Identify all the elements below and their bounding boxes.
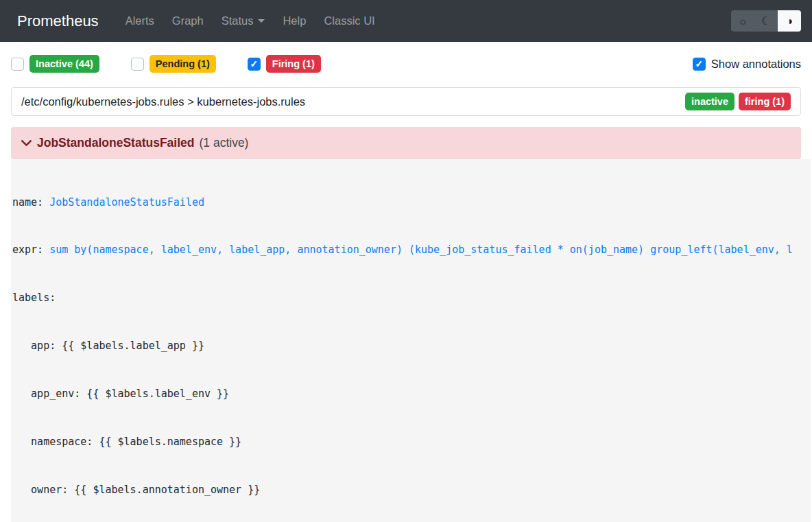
moon-icon: ☾: [761, 15, 771, 27]
rule-group-title: /etc/config/kubernetes-jobs.rules > kube…: [21, 95, 305, 108]
show-annotations-label[interactable]: Show annotations: [711, 58, 801, 71]
filter-group-firing: ✓ Firing (1): [248, 55, 321, 73]
alert-accordion-header[interactable]: JobStandaloneStatusFailed (1 active): [11, 127, 801, 159]
inactive-filter-badge[interactable]: Inactive (44): [29, 55, 99, 73]
inactive-checkbox[interactable]: [11, 58, 24, 71]
theme-light-button[interactable]: ☼: [731, 10, 754, 32]
rule-group-badges: inactive firing (1): [685, 93, 791, 110]
circle-half-icon: ◑: [786, 15, 793, 27]
pending-filter-badge[interactable]: Pending (1): [150, 55, 216, 73]
filter-group-pending: Pending (1): [131, 55, 216, 73]
rule-group-card: /etc/config/kubernetes-jobs.rules > kube…: [11, 87, 801, 116]
code-line: app_env: {{ $labels.label_env }}: [12, 386, 811, 402]
theme-dark-button[interactable]: ☾: [754, 10, 778, 32]
nav-item-graph[interactable]: Graph: [163, 9, 213, 33]
navbar: Prometheus Alerts Graph Status Help Clas…: [0, 0, 812, 42]
code-line: app: {{ $labels.label_app }}: [12, 338, 811, 354]
code-line: name: JobStandaloneStatusFailed: [12, 195, 811, 211]
filter-group-inactive: Inactive (44): [11, 55, 99, 73]
rule-expr-link[interactable]: sum by(namespace, label_env, label_app, …: [49, 244, 793, 256]
rule-group-inactive-badge: inactive: [685, 93, 735, 110]
code-line: expr: sum by(namespace, label_env, label…: [12, 242, 811, 258]
alert-name: JobStandaloneStatusFailed: [37, 136, 194, 150]
check-icon: ✓: [695, 59, 703, 69]
show-annotations-group: ✓ Show annotations: [693, 58, 801, 71]
code-line: namespace: {{ $labels.namespace }}: [12, 434, 811, 450]
nav-links: Alerts Graph Status Help Classic UI: [117, 9, 384, 33]
code-line: owner: {{ $labels.annotation_owner }}: [12, 482, 811, 498]
rule-group-firing-badge: firing (1): [739, 93, 791, 110]
caret-down-icon: [258, 19, 265, 23]
code-line: labels:: [12, 290, 811, 306]
pending-checkbox[interactable]: [131, 58, 144, 71]
firing-filter-badge[interactable]: Firing (1): [266, 55, 321, 73]
rule-name-link[interactable]: JobStandaloneStatusFailed: [49, 196, 204, 209]
firing-checkbox[interactable]: ✓: [248, 58, 261, 71]
brand-link[interactable]: Prometheus: [17, 12, 99, 30]
nav-item-help[interactable]: Help: [274, 9, 315, 33]
theme-toggle-group: ☼ ☾ ◑: [731, 10, 801, 32]
nav-item-status-dropdown[interactable]: Status: [213, 9, 274, 33]
chevron-down-icon: [21, 137, 32, 149]
sun-icon: ☼: [738, 15, 748, 27]
check-icon: ✓: [250, 59, 258, 69]
theme-auto-button[interactable]: ◑: [778, 10, 801, 32]
show-annotations-checkbox[interactable]: ✓: [693, 58, 706, 71]
nav-item-classic-ui[interactable]: Classic UI: [315, 9, 383, 33]
rule-definition: name: JobStandaloneStatusFailed expr: su…: [11, 159, 811, 522]
nav-item-alerts[interactable]: Alerts: [117, 9, 163, 33]
alert-active-count: (1 active): [199, 136, 248, 150]
filter-bar: Inactive (44) Pending (1) ✓ Firing (1) ✓…: [11, 51, 801, 76]
